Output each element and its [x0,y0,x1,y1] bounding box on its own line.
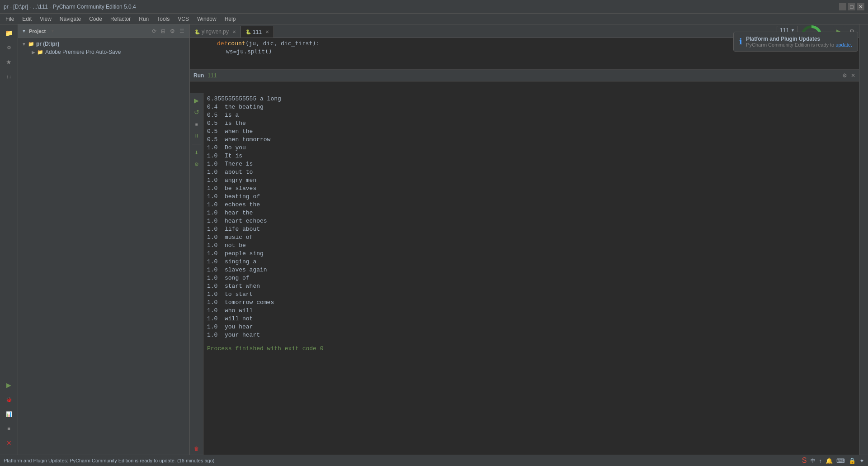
status-bar: Platform and Plugin Updates: PyCharm Com… [0,455,868,466]
project-dropdown-icon[interactable]: ▼ [22,29,26,33]
project-collapse-icon[interactable]: ⊟ [160,27,167,35]
output-line-5: 0.5 when tomorrow [207,136,855,144]
notification-popup: ℹ Platform and Plugin Updates PyCharm Co… [733,32,858,52]
menu-bar: File Edit View Navigate Code Refactor Ru… [0,14,868,24]
run-clear-button[interactable]: 🗑 [191,443,202,454]
project-panel: ▼ Project ▼ ⟳ ⊟ ⚙ ☰ ▼ 📁 pr (D:\pr) ▶ 📁 A… [18,24,190,466]
sidebar-favorites-icon[interactable]: ★ [2,55,16,69]
tree-item-premiere[interactable]: ▶ 📁 Adobe Premiere Pro Auto-Save [18,48,189,56]
tab-py-icon-yingwen: 🐍 [194,29,200,34]
tab-close-111[interactable]: ✕ [265,29,269,34]
tab-py-icon-111: 🐍 [245,29,251,34]
project-tree: ▼ 📁 pr (D:\pr) ▶ 📁 Adobe Premiere Pro Au… [18,38,189,466]
output-line-1: 0.4 the beating [207,103,855,111]
tree-arrow-root: ▼ [22,42,26,47]
run-pause-button[interactable]: ⏸ [191,130,202,141]
output-line-24: 1.0 to start [207,290,855,299]
sidebar-coverage-icon[interactable]: 📊 [2,407,16,421]
output-line-22: 1.0 song of [207,274,855,282]
status-icon-2: 🔔 [826,457,833,464]
notification-content: Platform and Plugin Updates PyCharm Comm… [746,36,852,48]
sidebar-terminal-icon[interactable]: ■ [2,422,16,435]
menu-vcs[interactable]: VCS [174,15,193,23]
run-rerun-button[interactable]: ↺ [191,107,202,118]
menu-navigate[interactable]: Navigate [56,15,85,23]
maximize-button[interactable]: □ [848,3,855,10]
output-line-21: 1.0 slaves again [207,266,855,274]
sidebar-error-icon[interactable]: ✕ [2,436,16,450]
output-line-29: 1.0 your heart [207,331,855,339]
menu-code[interactable]: Code [85,15,106,23]
menu-edit[interactable]: Edit [19,15,35,23]
output-line-9: 1.0 about to [207,168,855,176]
tab-111[interactable]: 🐍 111 ✕ [241,26,274,38]
tree-label-root: pr (D:\pr) [36,41,59,47]
output-line-18: 1.0 not be [207,242,855,250]
menu-tools[interactable]: Tools [153,15,173,23]
output-line-7: 1.0 It is [207,152,855,160]
menu-file[interactable]: File [2,15,18,23]
output-line-11: 1.0 be slaves [207,185,855,193]
run-settings2-icon[interactable]: ⚙ [191,159,202,170]
output-line-20: 1.0 singing a [207,258,855,266]
menu-view[interactable]: View [36,15,55,23]
tab-label-111: 111 [253,29,262,35]
output-line-17: 1.0 music of [207,233,855,242]
run-play-button[interactable]: ▶ [191,95,202,106]
status-icon-4: 🔒 [849,457,856,464]
project-settings-icon[interactable]: ⚙ [169,27,176,35]
run-panel: Run 111 ⚙ ✕ ▶ ↺ ■ ⏸ ⬇ ⚙ 🗑 [190,70,859,466]
project-caret-icon: ▼ [50,29,55,33]
sidebar-project-icon[interactable]: 📁 [2,26,16,40]
folder-icon-root: 📁 [28,41,34,47]
status-icon-3: ⌨ [836,457,845,464]
menu-help[interactable]: Help [221,15,240,23]
notification-text: PyCharm Community Edition is ready to up… [746,42,852,48]
editor-run-container: 🐍 yingwen.py ✕ 🐍 111 ✕ def count(ju, dic… [190,24,859,466]
output-line-16: 1.0 life about [207,225,855,233]
output-finished: Process finished with exit code 0 [207,345,855,353]
project-sync-icon[interactable]: ⟳ [151,27,158,35]
project-toolbar: ⟳ ⊟ ⚙ ☰ [151,27,186,35]
minimize-button[interactable]: ─ [839,3,846,10]
left-sidebar: 📁 ⚙ ★ ↑↓ ▶ 🐞 📊 ■ ✕ ? [0,24,18,466]
output-line-13: 1.0 echoes the [207,201,855,209]
notification-link[interactable]: update. [835,42,852,48]
run-settings-icon[interactable]: ⚙ [842,72,847,79]
output-line-12: 1.0 beating of [207,193,855,201]
output-line-23: 1.0 start when [207,282,855,290]
project-title: Project [29,29,46,34]
sidebar-run-icon[interactable]: ▶ [2,378,16,392]
project-gear-icon[interactable]: ☰ [178,27,186,35]
output-line-19: 1.0 people sing [207,250,855,258]
tab-close-yingwen[interactable]: ✕ [232,29,236,34]
sidebar-changes-icon[interactable]: ↑↓ [2,70,16,83]
sidebar-structure-icon[interactable]: ⚙ [2,41,16,54]
close-button[interactable]: ✕ [857,3,864,10]
run-stop-button[interactable]: ■ [191,119,202,129]
status-icon-1: ↑ [819,457,822,464]
output-line-15: 1.0 heart echoes [207,217,855,225]
menu-refactor[interactable]: Refactor [107,15,134,23]
output-line-27: 1.0 will not [207,315,855,323]
output-line-4: 0.5 when the [207,128,855,136]
output-line-0: 0.355555555555 a long [207,95,855,103]
run-tab-name: 111 [208,72,217,79]
run-tab-bar: Run 111 ⚙ ✕ [190,70,859,81]
title-text: pr - [D:\pr] - ...\111 - PyCharm Communi… [4,4,136,10]
output-line-14: 1.0 hear the [207,209,855,217]
menu-run[interactable]: Run [135,15,152,23]
menu-window[interactable]: Window [193,15,220,23]
run-scroll-end-button[interactable]: ⬇ [191,147,202,158]
run-close-icon[interactable]: ✕ [851,72,855,79]
output-line-6: 1.0 Do you [207,144,855,152]
run-tab-label: Run [193,72,204,79]
tree-item-root[interactable]: ▼ 📁 pr (D:\pr) [18,40,189,48]
sidebar-debug-icon[interactable]: 🐞 [2,393,16,406]
output-line-28: 1.0 you hear [207,323,855,331]
output-line-25: 1.0 tomorrow comes [207,299,855,307]
run-body: ▶ ↺ ■ ⏸ ⬇ ⚙ 🗑 📌 0.355555555555 a long 0.… [190,81,859,466]
tab-yingwen[interactable]: 🐍 yingwen.py ✕ [190,26,241,38]
sogou-icon: S [802,456,807,465]
tree-arrow-premiere: ▶ [32,50,35,55]
